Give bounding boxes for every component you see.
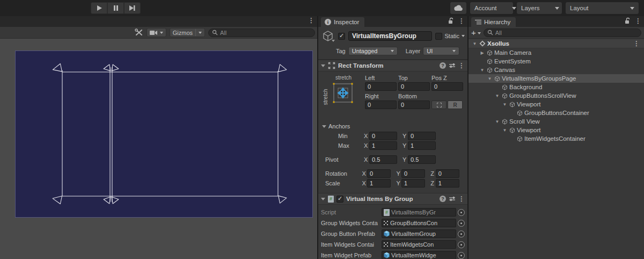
- object-picker-icon[interactable]: [458, 220, 465, 227]
- tag-value: Untagged: [352, 48, 378, 54]
- anchors-max-y-field[interactable]: 1: [408, 141, 436, 150]
- chevron-down-icon[interactable]: [462, 35, 465, 37]
- hierarchy-search-input[interactable]: [495, 30, 638, 36]
- help-icon[interactable]: ?: [440, 196, 446, 202]
- anchor-preset-widget[interactable]: [332, 82, 354, 104]
- foldout-arrow-icon[interactable]: ▼: [487, 76, 493, 81]
- gameobject-name-field[interactable]: VirtualItemsByGroup: [348, 31, 432, 41]
- item-label: Canvas: [494, 67, 515, 73]
- object-picker-icon[interactable]: [458, 231, 465, 238]
- hierarchy-item-viewport[interactable]: ▼ Viewport: [469, 126, 644, 134]
- foldout-arrow-icon[interactable]: [321, 198, 325, 200]
- foldout-arrow-icon[interactable]: ▼: [502, 102, 508, 107]
- scene-viewport[interactable]: [0, 39, 317, 258]
- blueprint-mode-button[interactable]: [431, 100, 447, 109]
- tool-settings-icon[interactable]: [135, 28, 143, 37]
- tag-dropdown[interactable]: Untagged: [348, 47, 398, 55]
- anchors-min-y-field[interactable]: 0: [408, 132, 436, 140]
- presets-icon[interactable]: [449, 62, 456, 69]
- script-component-header[interactable]: # Virtual Items By Group ? ⋮: [318, 193, 467, 205]
- rotation-x-field[interactable]: 0: [367, 169, 391, 178]
- scene-view-toolbar: Gizmos: [0, 27, 317, 39]
- layers-dropdown[interactable]: Layers: [517, 2, 562, 14]
- scene-panel-menu-kebab-icon[interactable]: ⋮: [308, 17, 314, 24]
- foldout-arrow-icon[interactable]: ▼: [479, 68, 485, 73]
- posz-label: Pos Z: [431, 75, 463, 81]
- hierarchy-menu-kebab-icon[interactable]: ⋮: [635, 18, 641, 24]
- hierarchy-item-viewport[interactable]: ▼ Viewport: [469, 100, 644, 109]
- component-enabled-checkbox[interactable]: [336, 196, 343, 203]
- layout-dropdown[interactable]: Layout: [566, 2, 639, 14]
- hierarchy-item-scroll-view[interactable]: ▼ Scroll View: [469, 117, 644, 126]
- gameobject-active-checkbox[interactable]: [338, 33, 345, 40]
- play-button[interactable]: [91, 2, 107, 14]
- component-menu-kebab-icon[interactable]: ⋮: [458, 196, 465, 202]
- cloud-services-button[interactable]: [450, 2, 466, 14]
- foldout-arrow-icon[interactable]: ▼: [502, 128, 508, 133]
- object-picker-icon[interactable]: [458, 241, 465, 248]
- foldout-arrow-icon[interactable]: ▼: [494, 119, 500, 124]
- anchors-foldout[interactable]: Anchors: [322, 123, 465, 130]
- inspector-menu-kebab-icon[interactable]: ⋮: [458, 18, 465, 24]
- ui-canvas[interactable]: [15, 51, 313, 218]
- raw-edit-mode-button[interactable]: R: [448, 100, 463, 109]
- object-picker-icon[interactable]: [458, 209, 465, 216]
- object-reference-value: VirtualItemsByGr: [391, 209, 436, 215]
- hierarchy-item-groupbuttonsscrollview[interactable]: ▼ GroupButtonsScrollView: [469, 91, 644, 100]
- step-button[interactable]: [124, 2, 141, 14]
- foldout-arrow-icon[interactable]: ▼: [494, 93, 500, 98]
- hierarchy-item-virtualitemsbygroupspage[interactable]: ▼ VirtualItemsByGroupsPage: [469, 74, 644, 83]
- anchors-max-x-field[interactable]: 1: [369, 141, 397, 150]
- script-object-field[interactable]: # VirtualItemsByGr: [382, 208, 456, 217]
- bottom-field[interactable]: 0: [398, 100, 430, 109]
- scale-y-field[interactable]: 1: [401, 179, 425, 188]
- layer-dropdown[interactable]: UI: [423, 47, 459, 55]
- anchors-min-x-field[interactable]: 0: [369, 132, 397, 140]
- scale-x-field[interactable]: 1: [367, 179, 391, 188]
- foldout-arrow-icon[interactable]: ▼: [472, 41, 478, 46]
- item-widgets-container-field[interactable]: ItemWidgetsCon: [382, 240, 456, 249]
- scene-search-input[interactable]: [220, 30, 311, 36]
- rotation-z-field[interactable]: 0: [436, 169, 459, 178]
- create-object-button[interactable]: +: [471, 28, 481, 37]
- foldout-arrow-icon[interactable]: [321, 64, 325, 67]
- lock-icon[interactable]: [625, 17, 631, 24]
- hierarchy-item-main-camera[interactable]: ▶ Main Camera: [469, 48, 644, 57]
- foldout-arrow-icon[interactable]: ▶: [479, 51, 485, 55]
- left-label: Left: [365, 75, 397, 81]
- tab-hierarchy[interactable]: Hierarchy: [471, 17, 516, 27]
- pivot-y-field[interactable]: 0.5: [408, 155, 436, 164]
- tab-inspector[interactable]: i Inspector: [321, 17, 364, 27]
- camera-icon: [150, 30, 157, 35]
- scene-camera-dropdown[interactable]: [147, 28, 166, 37]
- static-checkbox[interactable]: [435, 33, 442, 40]
- group-button-prefab-field[interactable]: VirtualItemGroup: [382, 229, 456, 238]
- scale-z-field[interactable]: 1: [436, 179, 459, 188]
- top-field[interactable]: 0: [398, 82, 430, 91]
- hierarchy-item-groupbuttonscontainer[interactable]: GroupButtonsContainer: [469, 109, 644, 117]
- hierarchy-tab-bar: Hierarchy ⋮: [469, 16, 644, 27]
- rotation-y-field[interactable]: 0: [401, 169, 425, 178]
- gizmos-dropdown[interactable]: Gizmos: [170, 28, 205, 37]
- scene-menu-kebab-icon[interactable]: ⋮: [633, 40, 640, 47]
- component-menu-kebab-icon[interactable]: ⋮: [458, 62, 465, 69]
- hierarchy-item-itemwidgetscontainer[interactable]: ItemWidgetsContainer: [469, 134, 644, 143]
- posz-field[interactable]: 0: [431, 82, 463, 91]
- pivot-x-field[interactable]: 0.5: [369, 155, 397, 164]
- hierarchy-item-eventsystem[interactable]: EventSystem: [469, 57, 644, 66]
- group-widgets-container-field[interactable]: GroupButtonsCon: [382, 219, 456, 227]
- hierarchy-item-background[interactable]: Background: [469, 83, 644, 91]
- scene-row-xsollus[interactable]: ▼ Xsollus ⋮: [469, 39, 644, 48]
- hierarchy-item-canvas[interactable]: ▼ Canvas: [469, 66, 644, 74]
- item-widget-prefab-field[interactable]: VirtualItemWidge: [382, 251, 456, 259]
- help-icon[interactable]: ?: [440, 62, 446, 69]
- pause-button[interactable]: [107, 2, 124, 14]
- right-field[interactable]: 0: [365, 100, 397, 109]
- object-picker-icon[interactable]: [458, 252, 465, 259]
- rect-transform-header[interactable]: Rect Transform ? ⋮: [318, 60, 467, 71]
- account-dropdown[interactable]: Account: [470, 2, 513, 14]
- gameobject-icon[interactable]: [321, 30, 335, 42]
- presets-icon[interactable]: [449, 196, 456, 202]
- left-field[interactable]: 0: [365, 82, 397, 91]
- lock-icon[interactable]: [448, 17, 454, 24]
